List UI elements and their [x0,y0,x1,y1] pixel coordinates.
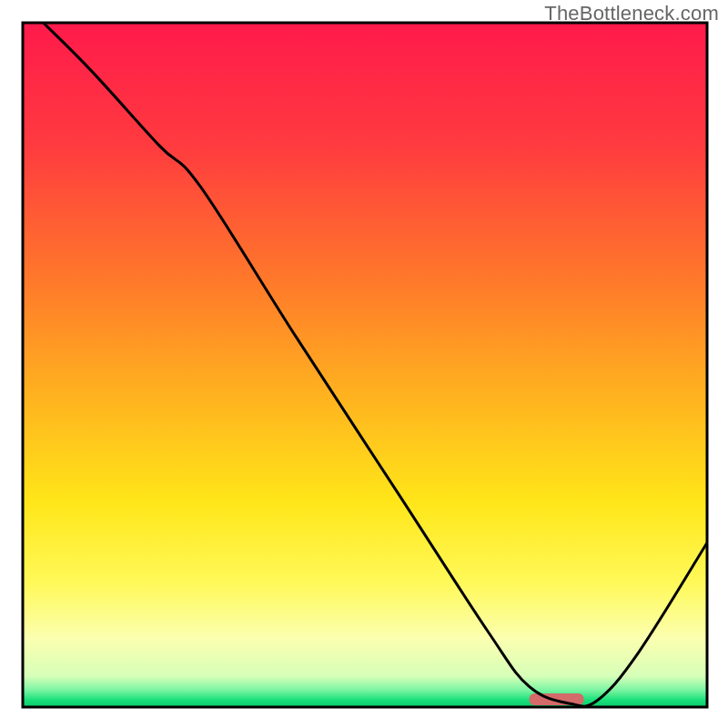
bottleneck-curve-chart [0,0,728,728]
watermark-text: TheBottleneck.com [544,2,719,25]
plot-background [23,23,707,707]
optimal-range-marker [529,693,583,705]
chart-container: TheBottleneck.com [0,0,728,728]
